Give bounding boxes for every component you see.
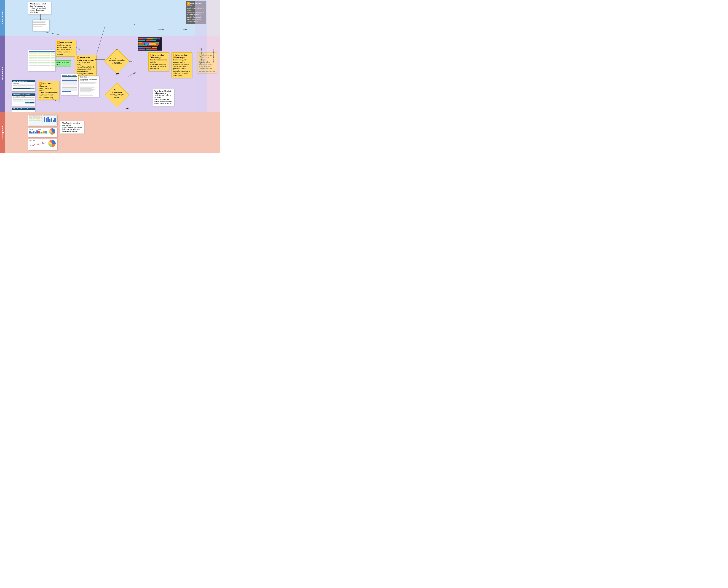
phase-after-treatment: After Treatment [208,0,220,112]
green-action-note: Delivers slip to front office [55,60,71,66]
practice-executive-note: Who: Practice executive Goal: Make $ Act… [60,121,84,134]
dashboard-doc-1: 2 [28,114,58,126]
eod-report-1: Ashton Dental | End of Day Report End of… [12,93,35,106]
specialty-om-after-warning: ⚠Who: Specialty Office Manager Goal: Com… [172,52,192,78]
warning-icon-som-before: ⚠ [150,54,153,57]
management-lane: 2 Referrals [5,112,220,153]
back-office-lane: Who: General dentist Goal: Refer patient… [5,0,220,36]
main-wrapper: Back Office Front Office Management Who:… [0,0,220,153]
assistant-warning: ⚠Who: Assistant Goal: Move paper... Acti… [56,40,76,57]
dashboard-doc-2: Referrals Status [28,128,58,138]
paper-referral-doc [33,20,49,31]
gd-om-schedule-note: Who: General Dentist Office Manager Goal… [153,89,174,106]
decision1-yes-label: Yes [116,72,119,74]
warning-icon-assistant: ⚠ [57,41,60,44]
phase-before-treatment: Before Treatment [195,0,208,112]
lane-label-back-office: Back Office [0,0,5,36]
referral-form-doc: Specialty Referral Form [61,74,78,95]
spreadsheet-doc [28,50,56,71]
eod-reporting-form: End of Day Reporting Form Enter data her… [12,80,35,91]
front-office-lane: ⚠Who: Assistant Goal: Move paper... Acti… [5,36,220,112]
decision2-no-label: No [114,89,116,91]
schedule-doc [138,37,162,51]
dashboard-doc-3: Referral Trends [28,139,58,150]
warning-icon-specialist: ⚠ [187,2,190,5]
email-send-btn: Send [80,76,83,78]
office-managers-eod-warning: ⚠Who: Office Managers Goal: Comply with … [38,81,59,100]
warning-icon-som-after: ⚠ [173,54,176,57]
eod-report-2: Ashton Dental | End of Day Report End of… [12,107,35,112]
lanes-container: Who: General dentist Goal: Refer patient… [5,0,220,153]
decision-knows-scheduling: Does office manager know how to schedule… [105,51,129,71]
decision2-yes-label: Yes [126,107,129,109]
specialty-om-before-warning: ⚠Who: Specialty Office Manager Goal: Sch… [148,52,169,71]
email-discard-btn: Discard [84,76,87,78]
decision-calendar-accessible: Is the relevant specialty's calendar acc… [105,85,129,105]
decision1-no-label: No [129,60,131,62]
lane-labels: Back Office Front Office Management [0,0,5,153]
email-form-doc: Send Discard How Our Surgery Refers from… [79,76,99,97]
lane-label-front-office: Front Office [0,36,5,112]
warning-icon-om-eod: ⚠ [40,82,42,85]
treatment-phases-overlay: Before Treatment After Treatment [195,0,220,112]
general-dentist-note: Who: General dentist Goal: Refer patient… [28,2,51,15]
warning-icon-gd-mgr: ⚠ [77,56,80,59]
lane-label-management: Management [0,112,5,153]
